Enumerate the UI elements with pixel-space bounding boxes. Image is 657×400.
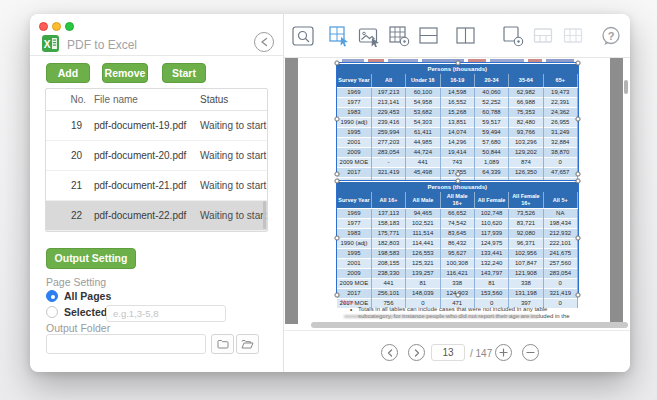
pdf-table-cell: 53,682	[406, 107, 440, 117]
pdf-table-cell: 158,183	[371, 218, 405, 228]
select-image-icon[interactable]	[358, 25, 380, 47]
pdf-table-column-header: All	[371, 74, 405, 87]
previous-page-button[interactable]	[381, 344, 398, 361]
pdf-table-column-header: All Male	[406, 192, 440, 208]
file-status: Waiting to start	[194, 210, 268, 221]
pdf-table-cell: 60,788	[474, 107, 508, 117]
zoom-in-button[interactable]	[495, 344, 512, 361]
output-folder-input[interactable]	[46, 334, 206, 354]
pdf-table-cell: 14,296	[440, 137, 474, 147]
pdf-table-cell: 74,542	[440, 218, 474, 228]
selection-handle[interactable]	[335, 179, 340, 184]
pdf-preview-area[interactable]: Persons (thousands)Survey YearAllUnder 1…	[284, 58, 630, 330]
table-row[interactable]: 21 pdf-document-21.pdf Waiting to start	[46, 171, 267, 201]
all-pages-option[interactable]: All Pages	[46, 290, 111, 302]
pdf-table-cell: 874	[509, 157, 543, 167]
selected-pages-input[interactable]	[106, 305, 226, 322]
selection-handle[interactable]	[576, 172, 581, 177]
pagination-bar: / 147	[284, 330, 630, 372]
table-row[interactable]: 19 pdf-document-19.pdf Waiting to start	[46, 111, 267, 141]
col-header-status: Status	[194, 94, 268, 105]
vertical-scrollbar[interactable]	[624, 80, 628, 94]
zoom-window-button[interactable]	[65, 22, 74, 31]
pdf-table-cell: 14,074	[440, 127, 474, 137]
selection-handle[interactable]	[455, 293, 460, 298]
selection-handle[interactable]	[335, 61, 340, 66]
merge-table-2-icon	[562, 25, 584, 47]
selection-handle[interactable]	[335, 293, 340, 298]
pdf-table-cell: 40,060	[474, 87, 508, 97]
zoom-out-button[interactable]	[522, 344, 539, 361]
pdf-table-cell: 338	[440, 278, 474, 288]
pdf-table-cell: 86,432	[440, 238, 474, 248]
selected-table-region-2[interactable]: Persons (thousands)Survey YearAll 16+All…	[336, 180, 579, 296]
row-number: 19	[46, 120, 90, 131]
minimize-window-button[interactable]	[52, 22, 61, 31]
table-row-selected[interactable]: 22 pdf-document-22.pdf Waiting to start	[46, 201, 267, 231]
table-row[interactable]: 20 pdf-document-20.pdf Waiting to start	[46, 141, 267, 171]
pdf-table-column-header: 65+	[543, 74, 577, 87]
selection-handle[interactable]	[576, 116, 581, 121]
all-pages-radio[interactable]	[46, 290, 58, 302]
pdf-table-cell: 60,100	[406, 87, 440, 97]
next-page-button[interactable]	[408, 344, 425, 361]
close-window-button[interactable]	[39, 22, 48, 31]
remove-button[interactable]: Remove	[102, 63, 148, 83]
pdf-table-cell: 13,851	[440, 117, 474, 127]
pdf-table-row: 1995198,583126,55395,627133,441102,95624…	[337, 248, 578, 258]
selected-table-region-1[interactable]: Persons (thousands)Survey YearAllUnder 1…	[336, 62, 579, 175]
selection-handle[interactable]	[455, 172, 460, 177]
help-icon[interactable]: ?	[600, 25, 622, 47]
selection-handle[interactable]	[455, 179, 460, 184]
pdf-table-cell: 1977	[337, 218, 371, 228]
mark-table-icon[interactable]	[388, 25, 410, 47]
selection-handle[interactable]	[576, 61, 581, 66]
selection-handle[interactable]	[335, 172, 340, 177]
pdf-table-cell: 62,982	[509, 87, 543, 97]
pdf-table-cell: 131,198	[509, 288, 543, 298]
output-setting-button[interactable]: Output Setting	[46, 248, 136, 269]
pdf-table-cell: 66,652	[440, 208, 474, 218]
pdf-table-cell: 102,521	[406, 218, 440, 228]
pdf-data-table: Persons (thousands)Survey YearAllUnder 1…	[337, 63, 578, 187]
split-columns-icon[interactable]	[455, 25, 477, 47]
pdf-table-cell: 57,680	[474, 137, 508, 147]
pdf-table-cell: 100,308	[440, 258, 474, 268]
pdf-table-cell: 1977	[337, 97, 371, 107]
pdf-table-row: 2001277,20344,98514,29657,680103,29632,8…	[337, 137, 578, 147]
add-button[interactable]: Add	[46, 63, 90, 83]
selection-handle[interactable]	[335, 236, 340, 241]
selection-handle[interactable]	[576, 293, 581, 298]
file-status: Waiting to start	[194, 180, 268, 191]
selection-handle[interactable]	[576, 179, 581, 184]
pdf-table-cell: 2009 MOE	[337, 157, 371, 167]
viewer-background-right	[610, 58, 623, 324]
selection-handle[interactable]	[455, 61, 460, 66]
zoom-search-icon[interactable]	[292, 25, 314, 47]
pdf-table-column-header: All 16+	[371, 192, 405, 208]
pdf-table-cell: 283,054	[543, 268, 577, 278]
browse-folder-button[interactable]	[211, 334, 234, 354]
select-table-icon[interactable]	[328, 25, 350, 47]
excel-app-icon: X	[42, 35, 59, 52]
remove-area-icon[interactable]	[502, 25, 524, 47]
horizontal-scrollbar[interactable]	[311, 322, 628, 328]
split-rows-icon[interactable]	[418, 25, 440, 47]
pdf-table-cell: 1983	[337, 107, 371, 117]
back-arrow-icon	[258, 36, 270, 48]
page-number-input[interactable]	[431, 344, 465, 361]
selection-handle[interactable]	[335, 116, 340, 121]
selection-handle[interactable]	[576, 236, 581, 241]
pdf-table-cell: 132,240	[474, 258, 508, 268]
pdf-table-cell: 241,675	[543, 248, 577, 258]
svg-text:X: X	[44, 39, 51, 50]
pdf-table-cell: 2001	[337, 137, 371, 147]
open-folder-button[interactable]	[236, 334, 259, 354]
back-button[interactable]	[254, 32, 274, 52]
file-list-scrollbar[interactable]	[263, 201, 266, 229]
selected-pages-radio[interactable]	[46, 306, 58, 318]
pdf-table-cell: 81	[406, 278, 440, 288]
start-button[interactable]: Start	[162, 63, 206, 83]
pdf-table-cell: 114,441	[406, 238, 440, 248]
left-panel: X PDF to Excel Add Remove Start No. File…	[30, 14, 283, 372]
